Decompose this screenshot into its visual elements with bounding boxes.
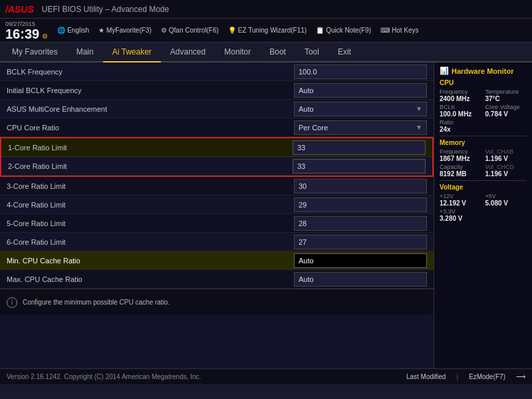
left-panel: BCLK Frequency 100.0 Initial BCLK Freque… (0, 63, 434, 368)
cpu-divider (440, 136, 527, 136)
setting-4core: 4-Core Ratio Limit 29 (0, 196, 434, 214)
3core-value[interactable]: 30 (294, 179, 427, 194)
core-voltage-value: 0.784 V (485, 110, 527, 118)
info-bar: i Configure the minimum possible CPU cac… (0, 289, 434, 315)
cpu-core-ratio-label: CPU Core Ratio (7, 124, 294, 132)
cpu-grid: Frequency 2400 MHz Temperature 37°C BCLK… (440, 88, 527, 133)
keyboard-icon: ⌨ (380, 27, 390, 34)
1core-value[interactable]: 33 (293, 140, 426, 155)
right-status: Last Modified | EzMode(F7) ⟶ (406, 373, 525, 380)
quick-note-label: Quick Note(F9) (326, 27, 371, 34)
dropdown-arrow-2: ▼ (416, 124, 422, 131)
ez-tuning-btn[interactable]: 💡 EZ Tuning Wizard(F11) (228, 27, 307, 34)
max-cache-value[interactable]: Auto (294, 272, 427, 287)
v12-label: +12V (440, 193, 481, 200)
capacity-value: 8192 MB (440, 170, 481, 178)
multicore-value[interactable]: Auto ▼ (294, 102, 427, 116)
ratio-label: Ratio (440, 119, 481, 126)
version-text: Version 2.16.1242. Copyright (C) 2014 Am… (7, 373, 201, 380)
my-favorite-label: MyFavorite(F3) (106, 27, 152, 34)
tab-advanced[interactable]: Advanced (161, 43, 215, 63)
last-modified-btn[interactable]: Last Modified (406, 373, 446, 380)
tab-tweaker[interactable]: Ai Tweaker (103, 43, 161, 63)
setting-1core: 1-Core Ratio Limit 33 (1, 138, 432, 157)
tab-boot[interactable]: Boot (260, 43, 295, 63)
setting-initial-bclk: Initial BCLK Frequency Auto (0, 81, 434, 100)
header-bar: 09/27/2015 16:39 ⚙ 🌐 English ★ MyFavorit… (0, 19, 532, 43)
memory-section-title: Memory (440, 139, 527, 146)
voltage-grid: +12V 12.192 V +5V 5.080 V +3.3V 3.280 V (440, 193, 527, 222)
mem-freq-label: Frequency (440, 148, 481, 155)
hot-keys-label: Hot Keys (392, 27, 419, 34)
tab-exit[interactable]: Exit (329, 43, 360, 63)
info-icon: i (7, 297, 17, 308)
v5-label: +5V (485, 193, 527, 200)
v12-value: 12.192 V (440, 200, 481, 207)
ratio-value: 24x (440, 126, 481, 133)
max-cache-label: Max. CPU Cache Ratio (7, 275, 294, 283)
bclk-label: BCLK Frequency (7, 68, 294, 76)
highlighted-group: 1-Core Ratio Limit 33 2-Core Ratio Limit… (0, 137, 434, 177)
gear-icon[interactable]: ⚙ (42, 33, 48, 40)
bclk-hw-label: BCLK (440, 104, 481, 110)
setting-multicore: ASUS MultiCore Enhancement Auto ▼ (0, 100, 434, 118)
dropdown-arrow: ▼ (416, 105, 422, 112)
initial-bclk-label: Initial BCLK Frequency (7, 86, 294, 94)
ez-mode-btn[interactable]: EzMode(F7) (469, 373, 505, 380)
top-bar: /ASUS UEFI BIOS Utility – Advanced Mode (0, 0, 532, 19)
setting-6core: 6-Core Ratio Limit 27 (0, 233, 434, 251)
time-display: 16:39 (5, 27, 39, 41)
4core-value[interactable]: 29 (294, 198, 427, 212)
note-icon: 📋 (316, 27, 324, 34)
setting-5core: 5-Core Ratio Limit 28 (0, 214, 434, 233)
qfan-btn[interactable]: ⚙ Qfan Control(F6) (161, 27, 219, 34)
setting-2core: 2-Core Ratio Limit 33 (1, 157, 432, 176)
tab-tool[interactable]: Tool (295, 43, 329, 63)
status-bar: Version 2.16.1242. Copyright (C) 2014 Am… (0, 368, 532, 384)
min-cache-value[interactable]: Auto (294, 253, 427, 268)
monitor-icon: 📊 (440, 66, 449, 75)
4core-label: 4-Core Ratio Limit (7, 201, 294, 209)
bulb-icon: 💡 (228, 27, 236, 34)
cpu-freq-value: 2400 MHz (440, 95, 481, 102)
tab-main[interactable]: Main (67, 43, 103, 63)
ez-mode-icon: ⟶ (516, 373, 525, 380)
2core-label: 2-Core Ratio Limit (8, 162, 293, 170)
initial-bclk-value[interactable]: Auto (294, 83, 427, 98)
bclk-value[interactable]: 100.0 (294, 65, 427, 79)
vol-chcd-label: Vol_CHCD (485, 164, 527, 170)
cpu-temp-value: 37°C (485, 95, 527, 102)
fan-icon: ⚙ (161, 27, 167, 34)
setting-max-cache: Max. CPU Cache Ratio Auto (0, 270, 434, 289)
v33-value: 3.280 V (440, 215, 481, 222)
tab-favorites[interactable]: My Favorites (3, 43, 67, 63)
memory-divider (440, 180, 527, 181)
cpu-freq-label: Frequency (440, 88, 481, 95)
cpu-core-ratio-value[interactable]: Per Core ▼ (294, 120, 427, 135)
mem-freq-value: 1867 MHz (440, 155, 481, 162)
hot-keys-btn[interactable]: ⌨ Hot Keys (380, 27, 419, 34)
5core-value[interactable]: 28 (294, 216, 427, 231)
vol-chab-label: Vol_CHAB (485, 148, 527, 155)
1core-label: 1-Core Ratio Limit (8, 144, 293, 152)
core-voltage-label: Core Voltage (485, 104, 527, 110)
language-btn[interactable]: 🌐 English (57, 27, 89, 34)
right-panel: 📊 Hardware Monitor CPU Frequency 2400 MH… (434, 63, 532, 368)
bclk-hw-value: 100.0 MHz (440, 110, 481, 118)
3core-label: 3-Core Ratio Limit (7, 182, 294, 190)
2core-value[interactable]: 33 (293, 159, 426, 174)
v33-label: +3.3V (440, 208, 481, 215)
v5-value: 5.080 V (485, 200, 527, 207)
nav-bar: My Favorites Main Ai Tweaker Advanced Mo… (0, 43, 532, 63)
asus-logo: /ASUS (5, 4, 34, 15)
info-text: Configure the minimum possible CPU cache… (23, 299, 170, 306)
5core-label: 5-Core Ratio Limit (7, 219, 294, 227)
qfan-label: Qfan Control(F6) (169, 27, 219, 34)
6core-value[interactable]: 27 (294, 235, 427, 249)
tab-monitor[interactable]: Monitor (215, 43, 260, 63)
my-favorite-btn[interactable]: ★ MyFavorite(F3) (98, 27, 152, 34)
datetime: 09/27/2015 16:39 ⚙ (5, 21, 48, 41)
6core-label: 6-Core Ratio Limit (7, 238, 294, 246)
globe-icon: 🌐 (57, 27, 65, 34)
quick-note-btn[interactable]: 📋 Quick Note(F9) (316, 27, 371, 34)
